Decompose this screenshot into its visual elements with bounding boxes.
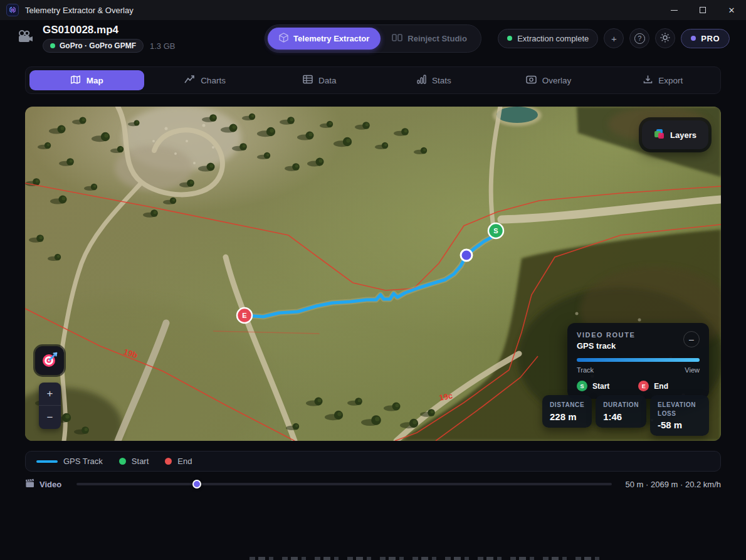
svg-text:S: S — [493, 227, 498, 235]
collapse-route-panel-button[interactable]: – — [683, 331, 700, 347]
pro-dot — [691, 36, 696, 41]
theme-button[interactable] — [655, 28, 675, 48]
clipped-bottom-text — [250, 557, 607, 560]
legend-start: Start — [119, 457, 149, 466]
zoom-in-button[interactable]: + — [39, 383, 61, 406]
pro-button[interactable]: PRO — [681, 29, 730, 48]
timeline-label: Video — [25, 478, 70, 490]
filename: GS010028.mp4 — [43, 24, 175, 36]
parcel-label: 19c — [438, 391, 453, 403]
slider-track[interactable] — [76, 483, 612, 485]
app-header: GS010028.mp4 GoPro · GoPro GPMF 1.3 GB T… — [0, 20, 746, 56]
legend-end: End — [165, 457, 192, 466]
extraction-status-badge: Extraction complete — [498, 29, 598, 48]
maximize-icon — [700, 7, 706, 13]
help-button[interactable]: ? — [629, 28, 649, 48]
route-stats: DISTANCE 228 m DURATION 1:46 ELEVATION L… — [542, 395, 709, 436]
legend-gps-track: GPS Track — [36, 457, 103, 466]
video-route-panel: VIDEO ROUTE GPS track – Track View S Sta… — [567, 323, 709, 399]
timeline-readout: 50 m · 2069 m · 20.2 km/h — [626, 480, 721, 489]
help-icon: ? — [634, 33, 645, 44]
table-icon — [303, 75, 313, 86]
start-dot — [119, 458, 126, 465]
overlay-camera-icon — [526, 75, 537, 86]
source-status-dot — [50, 43, 55, 48]
double-panel-icon — [392, 33, 402, 44]
titlebar: Telemetry Extractor & Overlay ✕ — [0, 0, 746, 20]
sun-icon — [660, 33, 670, 45]
close-icon: ✕ — [728, 6, 735, 15]
source-badge: GoPro · GoPro GPMF — [43, 39, 144, 53]
add-button[interactable]: + — [604, 28, 624, 48]
close-button[interactable]: ✕ — [717, 0, 746, 20]
tab-charts[interactable]: Charts — [148, 67, 263, 93]
map-icon — [70, 75, 81, 87]
tab-map[interactable]: Map — [29, 70, 144, 90]
route-end-item: E End — [638, 381, 668, 391]
clapperboard-icon — [25, 478, 34, 490]
layers-button[interactable]: Layers — [642, 120, 708, 149]
layers-icon — [654, 129, 665, 141]
gps-track-line — [244, 231, 496, 317]
end-marker: E — [237, 308, 252, 323]
route-panel-title: VIDEO ROUTE — [577, 331, 635, 339]
duration-stat: DURATION 1:46 — [596, 395, 646, 428]
recenter-target-button[interactable] — [35, 346, 64, 375]
svg-text:E: E — [242, 312, 246, 319]
window-title: Telemetry Extractor & Overlay — [25, 6, 134, 15]
distance-stat: DISTANCE 228 m — [542, 395, 592, 428]
route-start-item: S Start — [577, 381, 609, 391]
route-panel-subtitle: GPS track — [577, 341, 635, 351]
minimize-icon — [671, 10, 678, 11]
track-label: Track — [577, 366, 594, 374]
video-timeline: Video 50 m · 2069 m · 20.2 km/h — [25, 477, 721, 492]
view-tabs: Map Charts Data Stats Overlay Export — [25, 66, 721, 94]
video-position-slider[interactable] — [76, 479, 612, 489]
end-dot — [165, 458, 172, 465]
track-color-bar — [577, 358, 700, 362]
track-swatch — [36, 460, 58, 463]
start-marker: S — [488, 223, 503, 238]
tab-telemetry-extractor[interactable]: Telemetry Extractor — [268, 28, 381, 50]
minimize-button[interactable] — [659, 0, 688, 20]
elevation-loss-stat: ELEVATION LOSS -58 m — [650, 395, 709, 436]
end-marker-icon: E — [638, 381, 649, 391]
current-position-marker[interactable] — [461, 250, 472, 261]
target-icon — [41, 351, 58, 371]
map-canvas[interactable]: 19b 19c S E Layers + − VIDEO ROUTE GPS t… — [25, 107, 721, 441]
start-marker-icon: S — [577, 381, 587, 391]
tab-overlay[interactable]: Overlay — [491, 67, 606, 93]
view-label: View — [685, 366, 700, 374]
app-logo-icon — [6, 4, 19, 16]
video-camera-icon — [16, 30, 34, 46]
slider-thumb[interactable] — [192, 480, 201, 489]
download-icon — [643, 75, 653, 86]
map-zoom-control: + − — [39, 383, 61, 429]
tab-stats[interactable]: Stats — [377, 67, 491, 93]
filesize: 1.3 GB — [150, 41, 175, 51]
zoom-out-button[interactable]: − — [39, 406, 61, 429]
tab-data[interactable]: Data — [262, 67, 377, 93]
bar-chart-icon — [417, 75, 426, 86]
cube-icon — [279, 33, 288, 45]
tab-export[interactable]: Export — [606, 67, 720, 93]
mode-switch: Telemetry Extractor Reinject Studio — [265, 24, 481, 53]
worn-trail — [244, 231, 496, 317]
maximize-button[interactable] — [688, 0, 717, 20]
map-legend: GPS Track Start End — [25, 451, 721, 472]
tab-reinject-studio[interactable]: Reinject Studio — [381, 28, 478, 49]
status-dot — [507, 36, 512, 41]
line-chart-icon — [184, 75, 195, 86]
